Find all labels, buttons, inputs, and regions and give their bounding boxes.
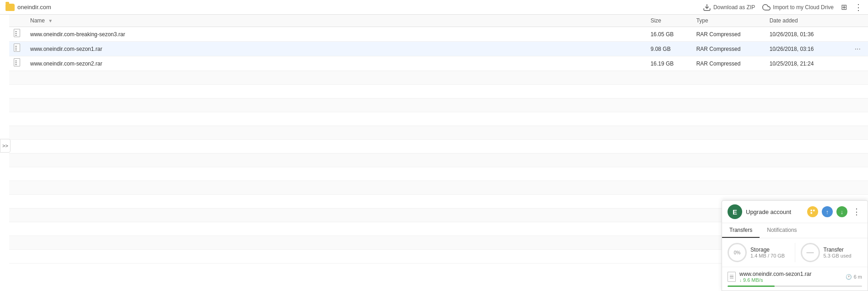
transfer-panel-header: E Upgrade account ↑ ↓ ⋮ [722,201,868,223]
col-header-type: Type [692,15,765,27]
transfer-value: 5.3 GB used [824,253,852,258]
empty-row [9,167,868,181]
download-zip-label: Download as ZIP [713,4,755,11]
col-header-date: Date added [765,15,847,27]
file-more-button[interactable]: ··· [852,44,863,54]
transfer-label: Transfer [824,247,852,253]
rar-icon [14,58,21,67]
transfer-gauge: — [801,243,820,262]
import-cloud-button[interactable]: Import to my Cloud Drive [762,3,834,11]
sort-arrow-name: ▼ [48,18,53,23]
file-name[interactable]: www.oneindir.com-breaking-sezon3.rar [26,27,646,42]
site-name: oneindir.com [17,4,51,11]
table-header-row: Name ▼ Size Type Date added [9,15,868,27]
col-header-icon [9,15,26,27]
file-size: 16.05 GB [646,27,692,42]
top-bar-left: oneindir.com [5,4,51,11]
storage-value: 1.4 MB / 70 GB [750,253,785,258]
storage-info: Storage 1.4 MB / 70 GB [750,247,785,258]
panel-download-button[interactable]: ↓ [836,206,847,217]
panel-header-icons: ↑ ↓ ⋮ [807,206,862,217]
col-header-name[interactable]: Name ▼ [26,15,646,27]
download-icon: ↓ [841,209,844,215]
sidebar-toggle-label: >> [2,143,8,148]
empty-row [9,85,868,99]
top-bar-right: Download as ZIP Import to my Cloud Drive… [703,2,863,12]
storage-stat: 0% Storage 1.4 MB / 70 GB [728,243,789,262]
top-bar: oneindir.com Download as ZIP Import to m… [0,0,868,15]
panel-upload-button[interactable]: ↑ [822,206,833,217]
table-row: www.oneindir.com-sezon1.rar9.08 GBRAR Co… [9,42,868,56]
empty-row [9,99,868,112]
download-zip-icon [703,3,711,11]
rar-icon [14,44,21,53]
upgrade-label[interactable]: Upgrade account [746,209,803,215]
svg-rect-1 [811,210,813,212]
file-name[interactable]: www.oneindir.com-sezon2.rar [26,56,646,71]
file-icon-cell [9,27,26,42]
file-size: 9.08 GB [646,42,692,56]
transfer-stat: — Transfer 5.3 GB used [801,243,863,262]
upload-icon: ↑ [826,209,829,215]
file-type: RAR Compressed [692,42,765,56]
rar-icon [14,29,21,38]
transfer-info: Transfer 5.3 GB used [824,247,852,258]
cloud-icon [762,3,771,11]
transfer-tabs: Transfers Notifications [722,223,868,238]
empty-row [9,112,868,126]
file-size: 16.19 GB [646,56,692,71]
table-row: www.oneindir.com-breaking-sezon3.rar16.0… [9,27,868,42]
col-header-size: Size [646,15,692,27]
settings-icon [810,209,815,214]
panel-settings-button[interactable] [807,206,818,217]
panel-more-button[interactable]: ⋮ [851,206,862,217]
empty-row [9,126,868,140]
file-date: 10/25/2018, 21:24 [765,56,847,71]
storage-label: Storage [750,247,785,253]
svg-rect-2 [813,210,815,212]
empty-row [9,181,868,195]
transfer-stats: 0% Storage 1.4 MB / 70 GB — Transfer 5.3… [722,238,868,264]
file-date: 10/26/2018, 01:36 [765,27,847,42]
tab-transfers[interactable]: Transfers [722,223,760,238]
tab-notifications[interactable]: Notifications [760,223,804,238]
empty-row [9,154,868,167]
transfer-panel: E Upgrade account ↑ ↓ ⋮ Transfers Notifi… [722,200,868,264]
more-options-icon[interactable]: ⋮ [854,2,863,12]
svg-rect-3 [811,212,813,214]
file-date: 10/26/2018, 03:16 [765,42,847,56]
folder-icon [5,4,15,11]
stats-divider [795,243,795,262]
storage-gauge: 0% [728,243,747,262]
file-icon-cell [9,56,26,71]
col-header-action [847,15,868,27]
empty-row [9,71,868,85]
sidebar-toggle-button[interactable]: >> [0,139,11,153]
file-name[interactable]: www.oneindir.com-sezon1.rar [26,42,646,56]
import-cloud-label: Import to my Cloud Drive [773,4,834,11]
grid-view-icon[interactable]: ⊞ [841,3,847,11]
file-action-cell [847,56,868,71]
download-zip-button[interactable]: Download as ZIP [703,3,755,11]
file-type: RAR Compressed [692,27,765,42]
file-action-cell: ··· [847,42,868,56]
avatar: E [728,204,742,219]
file-type: RAR Compressed [692,56,765,71]
table-row: www.oneindir.com-sezon2.rar16.19 GBRAR C… [9,56,868,71]
empty-row [9,140,868,154]
file-icon-cell [9,42,26,56]
file-action-cell [847,27,868,42]
